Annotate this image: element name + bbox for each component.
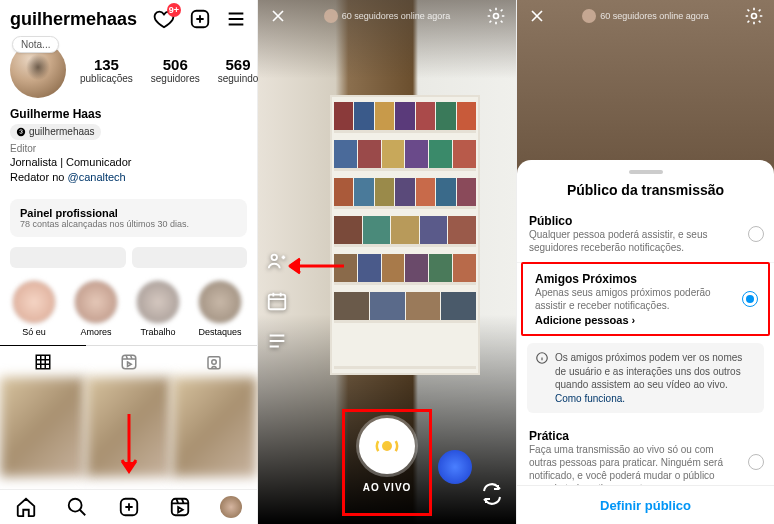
radio-practice[interactable] bbox=[748, 454, 764, 470]
highlight-item[interactable]: Amores bbox=[72, 280, 120, 337]
sheet-drag-handle[interactable] bbox=[629, 170, 663, 174]
annotation-highlight-box: AO VIVO bbox=[342, 409, 432, 516]
svg-rect-2 bbox=[122, 355, 136, 369]
svg-point-9 bbox=[272, 255, 278, 261]
bio-category: Editor bbox=[10, 142, 247, 156]
create-icon[interactable] bbox=[189, 8, 211, 30]
audience-sheet-screen: 60 seguidores online agora Público da tr… bbox=[516, 0, 774, 524]
go-live-button[interactable] bbox=[359, 418, 415, 474]
post-thumbnail[interactable] bbox=[172, 377, 257, 477]
highlight-item[interactable]: Trabalho bbox=[134, 280, 182, 337]
svg-point-4 bbox=[212, 359, 217, 364]
stat-followers[interactable]: 506 seguidores bbox=[151, 56, 200, 84]
nav-create-icon[interactable] bbox=[103, 496, 154, 518]
svg-point-8 bbox=[494, 14, 499, 19]
settings-icon[interactable] bbox=[486, 6, 506, 26]
threads-pill[interactable]: guilhermehaas bbox=[10, 124, 101, 140]
audience-icon[interactable] bbox=[266, 250, 288, 272]
online-status: 60 seguidores online agora bbox=[324, 9, 451, 23]
define-audience-button[interactable]: Definir público bbox=[600, 498, 691, 513]
svg-rect-7 bbox=[172, 499, 189, 516]
menu-icon[interactable] bbox=[225, 8, 247, 30]
bottom-nav bbox=[0, 489, 257, 524]
note-bubble[interactable]: Nota... bbox=[12, 36, 59, 53]
info-icon bbox=[535, 351, 549, 405]
how-it-works-link[interactable]: Como funciona. bbox=[555, 393, 625, 404]
tab-tagged[interactable] bbox=[171, 346, 257, 377]
svg-point-11 bbox=[382, 441, 392, 451]
title-icon[interactable] bbox=[266, 330, 288, 352]
effects-button[interactable] bbox=[438, 450, 472, 484]
bio-line-2: Redator no @canaltech bbox=[10, 170, 247, 185]
professional-dashboard[interactable]: Painel profissional 78 contas alcançadas… bbox=[10, 199, 247, 237]
tab-reels[interactable] bbox=[86, 346, 172, 377]
bio-line-1: Jornalista | Comunicador bbox=[10, 155, 247, 170]
radio-public[interactable] bbox=[748, 226, 764, 242]
bio-mention-link[interactable]: @canaltech bbox=[67, 171, 125, 183]
live-mode-label: AO VIVO bbox=[359, 482, 415, 493]
online-status: 60 seguidores online agora bbox=[582, 9, 709, 23]
nav-reels-icon[interactable] bbox=[154, 496, 205, 518]
close-icon[interactable] bbox=[268, 6, 288, 26]
highlights-row: Só eu Amores Trabalho Destaques bbox=[0, 272, 257, 345]
add-people-link[interactable]: Adicione pessoas › bbox=[535, 314, 734, 326]
nav-profile-avatar[interactable] bbox=[206, 496, 257, 518]
schedule-icon[interactable] bbox=[266, 290, 288, 312]
camera-scene-bookshelf bbox=[330, 95, 480, 375]
nav-home-icon[interactable] bbox=[0, 496, 51, 518]
tab-grid[interactable] bbox=[0, 345, 86, 377]
option-close-friends[interactable]: Amigos Próximos Apenas seus amigos próxi… bbox=[521, 262, 770, 336]
audience-bottom-sheet: Público da transmissão Público Qualquer … bbox=[517, 160, 774, 524]
badge-count: 9+ bbox=[167, 3, 181, 17]
annotation-arrow-left bbox=[286, 256, 346, 276]
close-friends-info: Os amigos próximos podem ver os nomes de… bbox=[527, 343, 764, 413]
close-icon[interactable] bbox=[527, 6, 547, 26]
share-profile-button[interactable] bbox=[132, 247, 248, 268]
svg-point-5 bbox=[69, 499, 82, 512]
svg-rect-10 bbox=[269, 295, 286, 310]
option-practice[interactable]: Prática Faça uma transmissão ao vivo só … bbox=[517, 421, 774, 485]
radio-close-friends[interactable] bbox=[742, 291, 758, 307]
switch-camera-icon[interactable] bbox=[480, 482, 504, 506]
nav-search-icon[interactable] bbox=[51, 496, 102, 518]
highlight-item[interactable]: Só eu bbox=[10, 280, 58, 337]
stat-posts[interactable]: 135 publicações bbox=[80, 56, 133, 84]
chevron-right-icon: › bbox=[632, 314, 636, 326]
display-name: Guilherme Haas bbox=[10, 106, 247, 122]
svg-point-12 bbox=[752, 14, 757, 19]
post-thumbnail[interactable] bbox=[0, 377, 85, 477]
option-public[interactable]: Público Qualquer pessoa poderá assistir,… bbox=[517, 206, 774, 263]
settings-icon[interactable] bbox=[744, 6, 764, 26]
live-camera-screen: 60 seguidores online agora AO VIVO bbox=[258, 0, 516, 524]
highlight-item[interactable]: Destaques bbox=[196, 280, 244, 337]
annotation-arrow-down bbox=[118, 412, 140, 476]
svg-rect-1 bbox=[36, 355, 50, 369]
stat-following[interactable]: 569 seguindo bbox=[218, 56, 259, 84]
username-title[interactable]: guilhermehaas bbox=[10, 9, 137, 30]
edit-profile-button[interactable] bbox=[10, 247, 126, 268]
activity-icon[interactable]: 9+ bbox=[153, 8, 175, 30]
sheet-title: Público da transmissão bbox=[517, 182, 774, 206]
camera-background-dim bbox=[517, 0, 774, 180]
profile-screen: guilhermehaas 9+ Nota... 135 publicações… bbox=[0, 0, 258, 524]
